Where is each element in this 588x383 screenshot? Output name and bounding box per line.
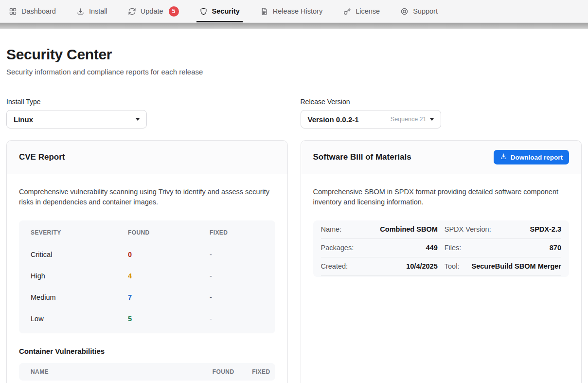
sbom-card: Software Bill of Materials Download repo… [301,140,582,383]
sbom-info-label: Name: [321,225,342,233]
nav-item-label: Support [413,7,438,15]
install-type-value: Linux [14,115,33,124]
shield-icon [199,7,208,16]
refresh-icon [128,7,136,16]
release-sequence-label: Sequence 21 [391,116,427,123]
severity-table: SEVERITYFOUNDFIXEDCritical0-High4-Medium… [19,220,275,333]
sbom-card-title: Software Bill of Materials [313,152,411,162]
sbom-card-header: Software Bill of Materials Download repo… [301,141,582,174]
severity-table-header: SEVERITYFOUNDFIXED [19,221,275,244]
nav-item-label: Dashboard [21,7,56,15]
severity-name: Medium [31,293,128,301]
cve-description: Comprehensive vulnerability scanning usi… [19,187,274,208]
container-vulns-table-header: NAMEFOUNDFIXED [19,363,275,381]
nav-item-label: Release History [273,7,322,15]
severity-found-count: 0 [128,251,210,258]
sbom-info-value: 449 [426,244,438,252]
sbom-info-grid: Name:Combined SBOMSPDX Version:SPDX-2.3P… [313,220,570,277]
severity-found-count: 4 [128,272,210,280]
nav-item-install[interactable]: Install [76,0,107,22]
sbom-info-cell: Tool:SecureBuild SBOM Merger [445,257,561,275]
severity-name: Low [31,315,128,323]
sbom-info-label: SPDX Version: [445,225,491,233]
key-icon [343,7,351,16]
sbom-info-cell: Created:10/4/2025 [321,257,438,275]
dashboard-grid-icon [9,7,17,16]
sbom-info-cell: SPDX Version:SPDX-2.3 [445,220,561,238]
column-header-fixed: FIXED [210,229,264,236]
install-type-select[interactable]: Linux [6,110,147,128]
severity-fixed-count: - [210,315,264,323]
severity-row-low: Low5- [19,308,275,329]
sbom-info-cell: Files:870 [445,239,561,257]
severity-fixed-count: - [210,272,264,280]
chevron-down-icon [136,118,140,121]
severity-fixed-count: - [210,293,264,301]
sbom-info-value: Combined SBOM [380,225,437,233]
sbom-info-label: Files: [445,244,462,252]
sbom-card-body: Comprehensive SBOM in SPDX format provid… [301,174,582,290]
column-header-severity: SEVERITY [31,229,128,236]
download-report-label: Download report [511,154,563,161]
sbom-info-row: Created:10/4/2025Tool:SecureBuild SBOM M… [321,257,562,276]
cve-card-body: Comprehensive vulnerability scanning usi… [7,174,287,383]
sbom-info-value: SecureBuild SBOM Merger [471,262,561,270]
nav-item-support[interactable]: Support [400,0,438,22]
page-head: Security Center Security information and… [6,46,582,76]
release-version-value: Version 0.0.2-1 [308,115,359,124]
document-icon [260,7,268,16]
nav-item-label: Update [141,7,163,15]
nav-shadow-divider [0,23,588,29]
nav-item-label: Security [212,7,240,15]
nav-item-release-history[interactable]: Release History [260,0,322,22]
severity-fixed-count: - [210,251,264,258]
install-type-filter: Install Type Linux [6,98,288,128]
severity-found-count: 5 [128,315,210,323]
download-icon [500,153,507,162]
cv-column-header-name: NAME [31,368,195,375]
sbom-info-value: SPDX-2.3 [530,225,561,233]
chevron-down-icon [430,118,434,121]
sbom-info-label: Packages: [321,244,354,252]
nav-item-security[interactable]: Security [199,0,240,22]
severity-found-count: 7 [128,293,210,301]
cv-column-header-found: FOUND [203,368,234,375]
release-version-meta-group: Sequence 21 [391,116,434,123]
severity-row-high: High4- [19,265,275,287]
release-version-label: Release Version [301,98,582,106]
sbom-info-row: Name:Combined SBOMSPDX Version:SPDX-2.3 [321,220,562,239]
download-report-button[interactable]: Download report [494,150,569,164]
page-subtitle: Security information and compliance repo… [6,68,582,76]
cve-card-header: CVE Report [7,141,287,174]
filters-row: Install Type Linux Release Version Versi… [6,98,582,128]
download-icon [76,7,85,16]
severity-name: High [31,272,128,280]
column-header-found: FOUND [128,229,210,236]
nav-item-label: Install [89,7,107,15]
sbom-info-label: Created: [321,262,348,270]
cv-column-header-fixed: FIXED [243,368,270,375]
severity-row-medium: Medium7- [19,287,275,308]
nav-item-dashboard[interactable]: Dashboard [9,0,56,22]
update-count-badge: 5 [169,6,179,17]
sbom-info-label: Tool: [445,262,460,270]
severity-name: Critical [31,251,128,258]
container-vulns-title: Container Vulnerabilities [19,347,275,355]
cve-card-title: CVE Report [19,152,65,162]
sbom-info-cell: Name:Combined SBOM [321,220,438,238]
cve-report-card: CVE Report Comprehensive vulnerability s… [6,140,288,383]
page-title: Security Center [6,46,582,63]
sbom-info-cell: Packages:449 [321,239,438,257]
nav-item-label: License [356,7,380,15]
top-navigation: DashboardInstallUpdate5SecurityRelease H… [0,0,588,23]
severity-row-critical: Critical0- [19,244,275,265]
release-version-filter: Release Version Version 0.0.2-1 Sequence… [301,98,582,128]
report-cards: CVE Report Comprehensive vulnerability s… [6,140,582,383]
sbom-info-value: 10/4/2025 [406,262,438,270]
nav-item-license[interactable]: License [343,0,380,22]
main-content: Security Center Security information and… [6,46,582,383]
install-type-label: Install Type [6,98,288,106]
sbom-info-value: 870 [550,244,561,252]
release-version-select[interactable]: Version 0.0.2-1 Sequence 21 [301,110,441,128]
nav-item-update[interactable]: Update5 [128,0,179,22]
